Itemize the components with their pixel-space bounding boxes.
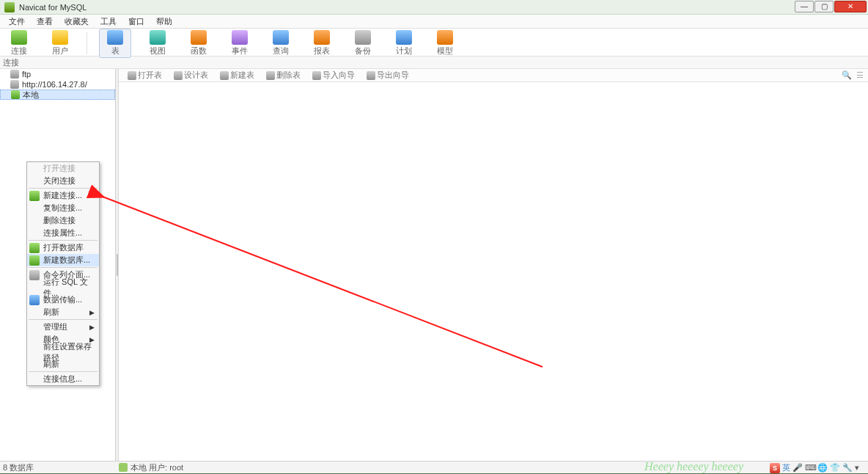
menu-item[interactable]: 删除连接 [27, 214, 99, 227]
object-toolbar-item[interactable]: 新建表 [216, 70, 259, 81]
object-toolbar-right: 🔍☰ [842, 70, 868, 80]
menu-item[interactable]: 刷新▶ [27, 306, 99, 318]
tree-item[interactable]: 本地 [0, 90, 115, 100]
toolbar-label: 连接 [11, 45, 27, 56]
menu-item-icon [29, 295, 40, 305]
toolbar-small-icon [367, 71, 375, 80]
object-toolbar-label: 删除表 [276, 70, 301, 81]
tree-item[interactable]: http://106.14.27.8/ [0, 79, 115, 90]
tree-item[interactable]: ftp [0, 69, 115, 79]
toolbar-small-icon [266, 71, 275, 80]
toolbar-label: 报表 [314, 45, 330, 56]
watermark-text: Heeey heeeey heeeey [644, 460, 743, 473]
toolbar-report[interactable]: 报表 [307, 30, 336, 56]
window-controls: — ▢ ✕ [794, 1, 867, 14]
menu-item[interactable]: 刷新 [27, 358, 99, 371]
menu-item-label: 复制连接... [43, 203, 82, 214]
object-toolbar-item[interactable]: 删除表 [262, 70, 305, 81]
toolbar-small-icon [312, 71, 321, 80]
db-icon [11, 90, 20, 99]
menu-item[interactable]: 复制连接... [27, 202, 99, 214]
ime-icon[interactable]: S [770, 463, 780, 473]
tree-item-label: ftp [22, 70, 31, 79]
menu-item[interactable]: 连接信息... [27, 373, 99, 385]
object-toolbar-label: 设计表 [184, 70, 208, 81]
menu-item[interactable]: 前往设置保存路径 [27, 346, 99, 358]
search-icon[interactable]: 🔍 [842, 70, 852, 80]
object-toolbar-item[interactable]: 导出向导 [362, 70, 413, 81]
toolbar-backup[interactable]: 备份 [348, 30, 378, 56]
statusbar-right: 本地 用户: root [130, 462, 183, 473]
statusbar-conn-icon [119, 463, 128, 472]
view-mode-icon[interactable]: ☰ [856, 70, 864, 80]
menu-item[interactable]: 新建连接... [27, 189, 99, 202]
menu-item[interactable]: 新建数据库... [27, 254, 99, 266]
connection-pane-header-label: 连接 [3, 57, 19, 68]
menu-item-label: 刷新 [43, 359, 59, 370]
toolbar-query[interactable]: 查询 [266, 30, 295, 56]
menu-tools[interactable]: 工具 [95, 16, 122, 27]
menu-item-label: 新建连接... [43, 190, 82, 201]
ime-lang[interactable]: 英 [782, 462, 790, 473]
menu-item[interactable]: 连接属性... [27, 227, 99, 239]
tray-icon[interactable]: 🎤 [792, 463, 803, 473]
connection-tree[interactable]: ftphttp://106.14.27.8/本地 打开连接关闭连接新建连接...… [0, 69, 116, 461]
object-toolbar-item[interactable]: 导入向导 [308, 70, 359, 81]
maximize-button[interactable]: ▢ [814, 1, 834, 12]
menu-separator [29, 188, 98, 189]
menu-item[interactable]: 管理组▶ [27, 321, 99, 333]
object-toolbar-item[interactable]: 打开表 [123, 70, 166, 81]
menu-item-label: 数据传输... [43, 294, 82, 305]
toolbar-label: 函数 [191, 45, 207, 56]
toolbar-table[interactable]: 表 [99, 29, 131, 58]
menu-window[interactable]: 窗口 [122, 16, 150, 27]
toolbar-label: 事件 [232, 45, 248, 56]
schedule-icon [396, 30, 412, 45]
object-list-empty [119, 82, 868, 461]
toolbar-schedule[interactable]: 计划 [389, 30, 419, 56]
menu-file[interactable]: 文件 [3, 16, 31, 27]
view-icon [150, 30, 166, 45]
menu-view[interactable]: 查看 [31, 16, 59, 27]
tray-icon[interactable]: ▾ [855, 463, 865, 473]
tray-icon[interactable]: 🌐 [817, 463, 828, 473]
toolbar-label: 视图 [150, 45, 166, 56]
toolbar-small-icon [128, 71, 136, 80]
toolbar-model[interactable]: 模型 [430, 30, 460, 56]
menu-item: 打开连接 [27, 162, 99, 175]
system-tray: S 英 🎤 ⌨ 🌐 👕 🔧 ▾ [770, 462, 865, 473]
window-title: Navicat for MySQL [19, 3, 794, 12]
menu-bar: 文件 查看 收藏夹 工具 窗口 帮助 [0, 15, 868, 29]
menu-item-label: 连接信息... [43, 373, 82, 384]
tray-icon[interactable]: 🔧 [842, 463, 853, 473]
menu-fav[interactable]: 收藏夹 [59, 16, 95, 27]
tree-item-label: http://106.14.27.8/ [22, 80, 87, 89]
menu-item[interactable]: 关闭连接 [27, 175, 99, 187]
object-toolbar-label: 导入向导 [323, 70, 355, 81]
toolbar-small-icon [174, 71, 183, 80]
menu-item[interactable]: 数据传输... [27, 293, 99, 306]
toolbar-connect[interactable]: 连接 [4, 30, 34, 56]
toolbar-label: 模型 [437, 45, 453, 56]
object-toolbar-item[interactable]: 设计表 [169, 70, 213, 81]
toolbar-label: 查询 [273, 45, 289, 56]
minimize-button[interactable]: — [795, 1, 814, 12]
menu-item[interactable]: 打开数据库 [27, 241, 99, 254]
menu-help[interactable]: 帮助 [150, 16, 178, 27]
tray-icon[interactable]: ⌨ [805, 463, 815, 473]
toolbar-func[interactable]: 函数 [184, 30, 213, 56]
menu-item-icon [29, 243, 40, 253]
toolbar-event[interactable]: 事件 [225, 30, 254, 56]
menu-item-label: 打开数据库 [43, 242, 84, 253]
tray-icon[interactable]: 👕 [830, 463, 840, 473]
func-icon [191, 30, 207, 45]
context-menu: 打开连接关闭连接新建连接...复制连接...删除连接连接属性...打开数据库新建… [26, 161, 100, 386]
close-button[interactable]: ✕ [834, 1, 867, 12]
app-icon [4, 2, 15, 12]
menu-item-label: 新建数据库... [43, 255, 90, 266]
object-toolbar-label: 新建表 [230, 70, 254, 81]
menu-item-label: 关闭连接 [43, 175, 76, 186]
toolbar-user[interactable]: 用户 [45, 30, 75, 56]
toolbar-view[interactable]: 视图 [143, 30, 172, 56]
menu-item[interactable]: 运行 SQL 文件... [27, 281, 99, 293]
